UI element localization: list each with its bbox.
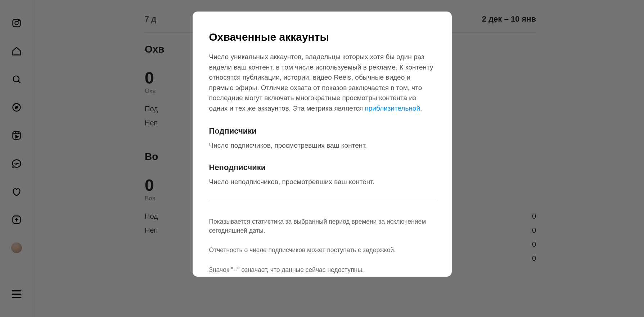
approximate-link[interactable]: приблизительной [365, 104, 420, 112]
modal-body-after-link: . [420, 104, 422, 112]
modal-note-3: Значок "--" означает, что данные сейчас … [209, 265, 435, 274]
modal-sub1-heading: Подписчики [209, 126, 435, 136]
modal-note-2: Отчетность о числе подписчиков может пос… [209, 246, 435, 255]
modal-scroll-area[interactable]: Охваченные аккаунты Число уникальных акк… [193, 12, 452, 277]
modal-body-before-link: Число уникальных аккаунтов, владельцы ко… [209, 53, 433, 112]
modal-note-1: Показывается статистика за выбранный пер… [209, 217, 435, 235]
modal-sub2-heading: Неподписчики [209, 163, 435, 172]
modal-overlay[interactable]: Охваченные аккаунты Число уникальных акк… [0, 0, 644, 317]
modal-title: Охваченные аккаунты [209, 31, 435, 43]
modal-body: Число уникальных аккаунтов, владельцы ко… [209, 52, 435, 113]
modal-divider [209, 199, 435, 199]
modal-sub2-text: Число неподписчиков, просмотревших ваш к… [209, 177, 435, 187]
modal-sub1-text: Число подписчиков, просмотревших ваш кон… [209, 141, 435, 151]
info-modal: Охваченные аккаунты Число уникальных акк… [193, 12, 452, 277]
